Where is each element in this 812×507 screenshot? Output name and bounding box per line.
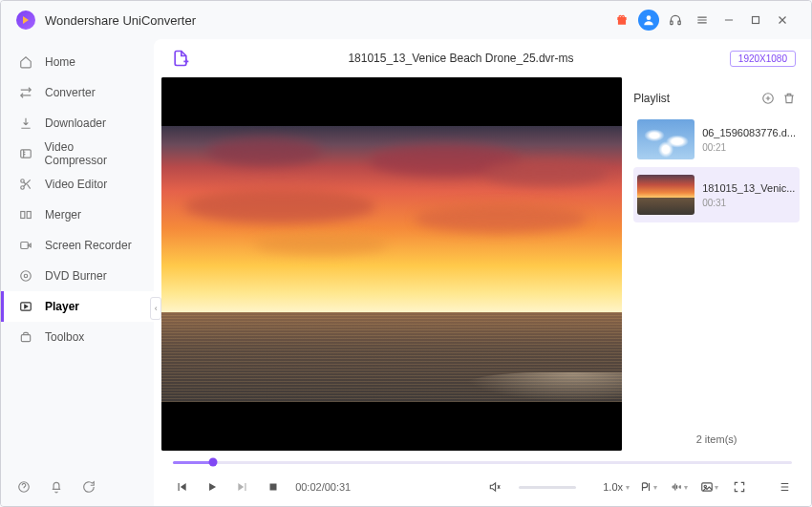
seek-bar[interactable]	[169, 454, 796, 470]
toolbox-icon	[18, 329, 33, 345]
svg-point-10	[21, 271, 32, 282]
sidebar-item-label: Merger	[45, 208, 81, 222]
scissors-icon	[18, 177, 33, 192]
sidebar-item-label: Home	[45, 55, 75, 69]
svg-rect-16	[270, 484, 277, 491]
svg-rect-9	[21, 243, 29, 249]
subtitle-icon[interactable]: ▾	[635, 475, 660, 499]
sidebar-item-merger[interactable]: Merger	[1, 200, 154, 230]
svg-rect-8	[27, 212, 31, 219]
disc-icon	[18, 268, 33, 284]
sidebar-item-dvd[interactable]: DVD Burner	[1, 261, 154, 291]
gift-icon[interactable]	[609, 7, 635, 33]
sidebar-item-label: Player	[45, 300, 79, 313]
maximize-button[interactable]	[742, 7, 769, 33]
bell-icon[interactable]	[47, 477, 66, 496]
sidebar-item-label: Video Editor	[45, 178, 107, 191]
sidebar-item-label: Downloader	[45, 116, 106, 130]
app-logo-icon	[16, 11, 35, 30]
help-icon[interactable]	[14, 477, 33, 496]
playlist-item[interactable]: 181015_13_Venic... 00:31	[633, 167, 800, 222]
record-icon	[18, 238, 33, 253]
converter-icon	[18, 85, 33, 100]
playlist-count: 2 item(s)	[633, 428, 800, 451]
svg-rect-4	[21, 150, 32, 158]
volume-slider[interactable]	[519, 486, 576, 489]
main-panel: 181015_13_Venice Beach Drone_25.dvr-ms 1…	[154, 39, 811, 506]
svg-rect-2	[678, 21, 680, 25]
download-icon	[18, 116, 33, 131]
playlist-thumb	[637, 119, 694, 159]
toggle-playlist-icon[interactable]	[771, 475, 796, 499]
playlist-item-duration: 00:31	[702, 198, 795, 208]
speed-selector[interactable]: 1.0x▾	[603, 481, 630, 493]
snapshot-icon[interactable]: ▾	[696, 475, 721, 499]
sidebar-item-label: Video Compressor	[45, 140, 138, 167]
collapse-sidebar-handle[interactable]: ‹	[150, 297, 161, 320]
stop-button[interactable]	[261, 475, 286, 499]
sidebar-item-label: Toolbox	[45, 330, 84, 344]
next-button[interactable]	[230, 475, 255, 499]
sidebar-item-toolbox[interactable]: Toolbox	[1, 322, 154, 352]
current-file-name: 181015_13_Venice Beach Drone_25.dvr-ms	[192, 52, 730, 65]
mute-icon[interactable]	[482, 475, 507, 499]
compress-icon	[18, 146, 33, 161]
playlist-thumb	[637, 175, 694, 215]
sidebar-item-player[interactable]: Player	[1, 291, 154, 322]
play-button[interactable]	[200, 475, 224, 499]
add-to-playlist-icon[interactable]	[758, 88, 779, 109]
sidebar-item-label: DVD Burner	[45, 269, 107, 283]
svg-rect-13	[21, 335, 30, 342]
svg-rect-3	[753, 17, 759, 24]
player-icon	[18, 299, 33, 314]
sidebar-item-home[interactable]: Home	[1, 47, 154, 77]
playlist-item-duration: 00:21	[702, 142, 796, 153]
svg-rect-1	[671, 21, 673, 25]
minimize-button[interactable]	[716, 7, 742, 33]
fullscreen-icon[interactable]	[727, 475, 752, 499]
add-file-button[interactable]	[169, 47, 192, 70]
app-title: Wondershare UniConverter	[45, 13, 196, 28]
user-account-icon[interactable]	[638, 10, 659, 31]
playlist-panel: Playlist 06_1596083776.d... 00:21 181015…	[622, 77, 811, 451]
sidebar-item-recorder[interactable]: Screen Recorder	[1, 230, 154, 261]
sidebar-item-compressor[interactable]: Video Compressor	[1, 138, 154, 169]
svg-point-18	[704, 485, 706, 487]
sidebar-item-label: Screen Recorder	[45, 239, 132, 252]
resolution-badge[interactable]: 1920X1080	[730, 51, 796, 67]
svg-point-11	[24, 274, 28, 278]
headset-icon[interactable]	[662, 7, 689, 33]
feedback-icon[interactable]	[79, 477, 98, 496]
delete-playlist-icon[interactable]	[779, 88, 800, 109]
playlist-item-name: 06_1596083776.d...	[702, 127, 796, 138]
sidebar-item-editor[interactable]: Video Editor	[1, 169, 154, 200]
playlist-item-name: 181015_13_Venic...	[702, 182, 795, 194]
player-controls: 00:02/00:31 1.0x▾ ▾ ▾ ▾	[154, 451, 811, 506]
title-bar: Wondershare UniConverter	[1, 1, 811, 39]
svg-rect-7	[21, 212, 25, 219]
sidebar: Home Converter Downloader Video Compress…	[1, 39, 154, 506]
merge-icon	[18, 207, 33, 222]
audio-track-icon[interactable]: ▾	[666, 475, 691, 499]
prev-button[interactable]	[169, 475, 194, 499]
video-canvas[interactable]	[161, 77, 622, 451]
sidebar-item-label: Converter	[45, 86, 96, 99]
sidebar-item-converter[interactable]: Converter	[1, 77, 154, 108]
svg-point-0	[647, 15, 652, 20]
sidebar-item-downloader[interactable]: Downloader	[1, 108, 154, 138]
home-icon	[18, 54, 33, 70]
menu-icon[interactable]	[689, 7, 716, 33]
playlist-item[interactable]: 06_1596083776.d... 00:21	[633, 112, 800, 167]
close-button[interactable]	[769, 7, 796, 33]
timecode: 00:02/00:31	[295, 481, 351, 493]
playlist-title: Playlist	[633, 92, 758, 105]
